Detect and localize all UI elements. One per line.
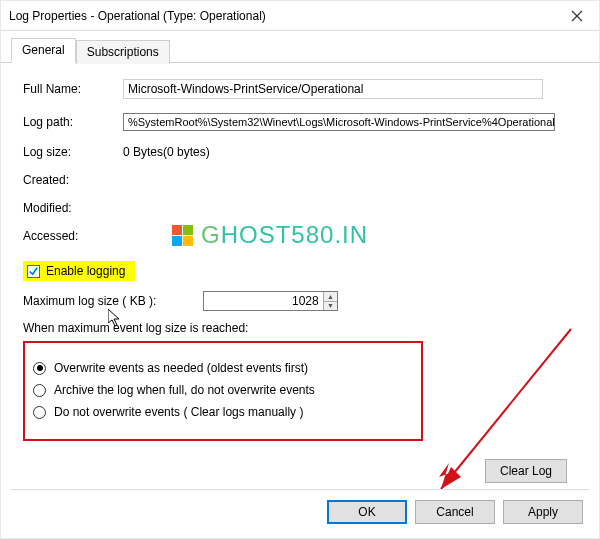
close-button[interactable]: [554, 1, 599, 31]
overflow-policy-group: Overwrite events as needed (oldest event…: [23, 341, 423, 441]
enable-logging-checkbox[interactable]: Enable logging: [23, 261, 135, 281]
title-bar: Log Properties - Operational (Type: Oper…: [1, 1, 599, 31]
close-icon: [571, 10, 583, 22]
clear-log-button[interactable]: Clear Log: [485, 459, 567, 483]
radio-overwrite-label: Overwrite events as needed (oldest event…: [54, 361, 308, 375]
tab-strip: General Subscriptions: [1, 31, 599, 63]
tab-subscriptions[interactable]: Subscriptions: [76, 40, 170, 64]
full-name-label: Full Name:: [23, 82, 123, 96]
max-log-size-label: Maximum log size ( KB ):: [23, 294, 183, 308]
dialog-footer: OK Cancel Apply: [327, 500, 583, 524]
log-path-label: Log path:: [23, 115, 123, 129]
radio-no-overwrite[interactable]: Do not overwrite events ( Clear logs man…: [33, 405, 413, 419]
tab-general[interactable]: General: [11, 38, 76, 63]
log-path-input[interactable]: %SystemRoot%\System32\Winevt\Logs\Micros…: [123, 113, 555, 131]
full-name-value[interactable]: Microsoft-Windows-PrintService/Operation…: [123, 79, 543, 99]
max-log-size-input[interactable]: ▲ ▼: [203, 291, 338, 311]
radio-icon: [33, 362, 46, 375]
when-max-reached-label: When maximum event log size is reached:: [23, 321, 583, 335]
spinner-down-icon[interactable]: ▼: [324, 302, 337, 311]
radio-no-overwrite-label: Do not overwrite events ( Clear logs man…: [54, 405, 303, 419]
cancel-button[interactable]: Cancel: [415, 500, 495, 524]
modified-label: Modified:: [23, 201, 123, 215]
footer-separator: [11, 489, 589, 490]
max-log-size-row: Maximum log size ( KB ): ▲ ▼: [23, 291, 583, 311]
log-size-label: Log size:: [23, 145, 123, 159]
max-log-size-field[interactable]: [204, 292, 323, 310]
radio-icon: [33, 406, 46, 419]
dialog-title: Log Properties - Operational (Type: Oper…: [9, 9, 554, 23]
created-label: Created:: [23, 173, 123, 187]
content-area: Full Name: Microsoft-Windows-PrintServic…: [1, 63, 599, 493]
accessed-label: Accessed:: [23, 229, 123, 243]
radio-overwrite[interactable]: Overwrite events as needed (oldest event…: [33, 361, 413, 375]
spinner[interactable]: ▲ ▼: [323, 292, 337, 310]
enable-logging-label: Enable logging: [46, 264, 125, 278]
ok-button[interactable]: OK: [327, 500, 407, 524]
radio-archive-label: Archive the log when full, do not overwr…: [54, 383, 315, 397]
radio-archive[interactable]: Archive the log when full, do not overwr…: [33, 383, 413, 397]
radio-icon: [33, 384, 46, 397]
apply-button[interactable]: Apply: [503, 500, 583, 524]
spinner-up-icon[interactable]: ▲: [324, 292, 337, 302]
log-size-value: 0 Bytes(0 bytes): [123, 145, 583, 159]
checkbox-icon: [27, 265, 40, 278]
